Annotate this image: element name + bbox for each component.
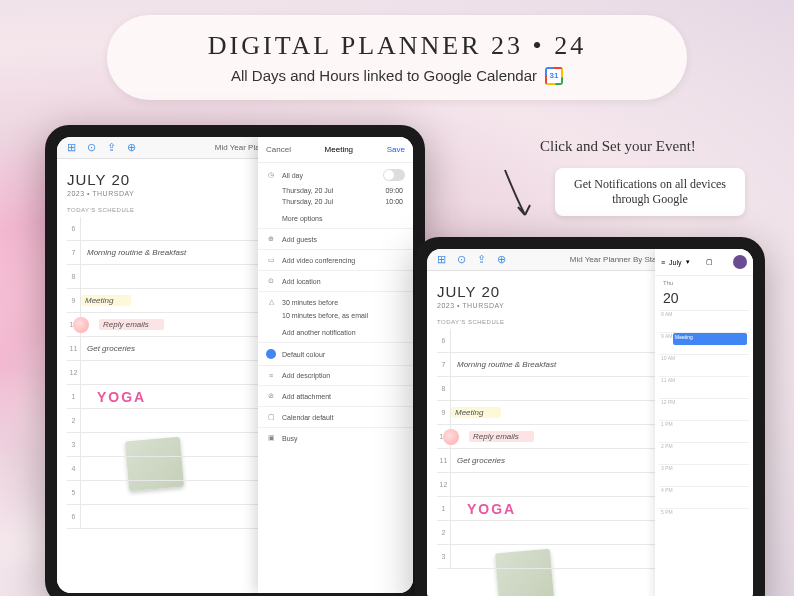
emoji-sticker (73, 317, 89, 333)
share-icon[interactable]: ⇪ (475, 254, 487, 266)
allday-toggle[interactable] (383, 169, 405, 181)
clock-icon: ◷ (266, 171, 276, 179)
today-icon[interactable]: ▢ (706, 258, 713, 266)
avatar[interactable] (733, 255, 747, 269)
text-icon: ≡ (266, 372, 276, 379)
callout-click-set: Click and Set your Event! (540, 138, 696, 155)
subtitle: All Days and Hours linked to Google Cale… (231, 67, 563, 85)
people-icon: ⊕ (266, 235, 276, 243)
google-calendar-icon (545, 67, 563, 85)
video-icon: ▭ (266, 256, 276, 264)
main-title: DIGITAL PLANNER 23 • 24 (208, 31, 586, 61)
tablet-left: ⊞ ⊙ ⇪ ⊕ Mid Year Planner By Stay Planner… (45, 125, 425, 596)
lock-icon: ▣ (266, 434, 276, 442)
location-icon: ⊙ (266, 277, 276, 285)
cancel-button[interactable]: Cancel (266, 145, 291, 154)
google-calendar-panel: ≡ July ▾ ▢ Thu 20 8 AM 9 AMMeeting 10 AM… (655, 249, 753, 596)
menu-icon[interactable]: ≡ (661, 259, 665, 266)
yoga-label: YOGA (467, 501, 516, 517)
save-button[interactable]: Save (387, 145, 405, 154)
calendar-icon: ▢ (266, 413, 276, 421)
bell-icon: △ (266, 298, 276, 306)
calendar-event[interactable]: Meeting (673, 333, 747, 345)
grid-icon[interactable]: ⊞ (435, 254, 447, 266)
search-icon[interactable]: ⊙ (455, 254, 467, 266)
title-banner: DIGITAL PLANNER 23 • 24 All Days and Hou… (107, 15, 687, 100)
color-dot[interactable] (266, 349, 276, 359)
callout-notifications: Get Notifications on all devices through… (555, 168, 745, 216)
yoga-label: YOGA (97, 389, 146, 405)
modal-title: Meeting (325, 145, 353, 154)
chevron-down-icon[interactable]: ▾ (686, 258, 690, 266)
share-icon[interactable]: ⇪ (105, 142, 117, 154)
mic-icon[interactable]: ⊕ (125, 142, 137, 154)
attach-icon: ⊘ (266, 392, 276, 400)
event-modal: Cancel Meeting Save ◷All day Thursday, 2… (258, 137, 413, 593)
day-number[interactable]: 20 (655, 290, 753, 306)
mic-icon[interactable]: ⊕ (495, 254, 507, 266)
month-selector[interactable]: July (669, 259, 681, 266)
day-label: Thu (655, 276, 753, 290)
grid-icon[interactable]: ⊞ (65, 142, 77, 154)
search-icon[interactable]: ⊙ (85, 142, 97, 154)
timeline[interactable]: 8 AM 9 AMMeeting 10 AM 11 AM 12 PM 1 PM … (655, 306, 753, 534)
emoji-sticker (443, 429, 459, 445)
tablet-right: ⊞ ⊙ ⇪ ⊕ Mid Year Planner By Stay Planner… (415, 237, 765, 596)
arrow-icon (500, 165, 540, 225)
